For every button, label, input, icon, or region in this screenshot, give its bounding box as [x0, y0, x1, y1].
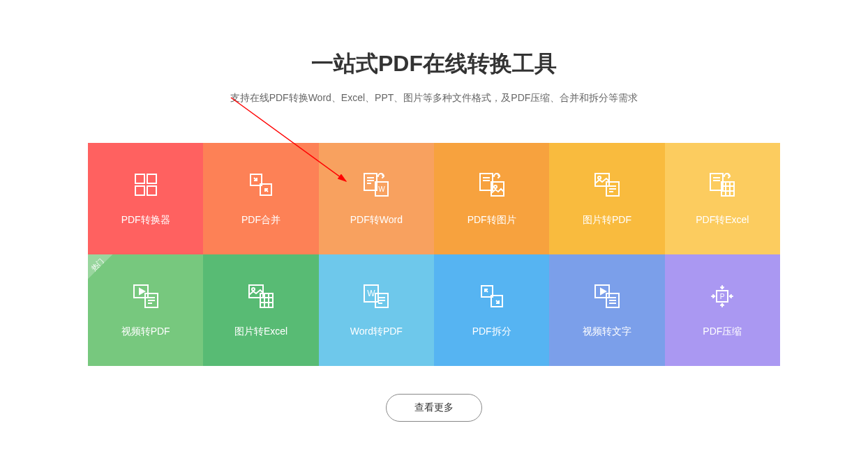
tile-pdf-to-word[interactable]: W PDF转Word — [319, 143, 434, 254]
tile-label: PDF压缩 — [703, 326, 742, 338]
tile-label: PDF拆分 — [472, 326, 511, 338]
svg-rect-3 — [147, 186, 156, 195]
svg-rect-1 — [147, 174, 156, 183]
grid-icon — [132, 171, 160, 199]
tile-label: 图片转PDF — [583, 214, 631, 227]
tool-grid: PDF转换器 PDF合并 W PDF转Word — [88, 143, 780, 366]
tile-image-to-excel[interactable]: 图片转Excel — [203, 254, 318, 366]
word-doc-icon: W — [362, 282, 390, 310]
tile-pdf-to-image[interactable]: PDF转图片 — [434, 143, 549, 254]
svg-rect-2 — [135, 186, 144, 195]
tile-pdf-to-excel[interactable]: PDF转Excel — [665, 143, 780, 254]
tile-pdf-converter[interactable]: PDF转换器 — [88, 143, 203, 254]
tile-label: PDF转图片 — [467, 214, 516, 227]
tile-word-to-pdf[interactable]: W Word转PDF — [319, 254, 434, 366]
split-icon — [478, 282, 506, 310]
doc-word-icon: W — [362, 171, 390, 199]
hot-badge: 热门 — [88, 254, 123, 289]
tile-label: 视频转PDF — [121, 326, 170, 338]
tile-image-to-pdf[interactable]: 图片转PDF — [549, 143, 664, 254]
tile-label: PDF合并 — [241, 214, 280, 227]
tile-video-to-pdf[interactable]: 热门 视频转PDF — [88, 254, 203, 366]
svg-point-18 — [598, 176, 601, 179]
video-text-icon — [593, 282, 621, 310]
tile-label: PDF转Excel — [696, 214, 749, 227]
tile-pdf-compress[interactable]: P PDF压缩 — [665, 254, 780, 366]
tile-label: Word转PDF — [350, 326, 403, 338]
svg-text:W: W — [368, 289, 376, 298]
svg-text:P: P — [720, 293, 725, 300]
tile-label: 视频转文字 — [583, 326, 631, 338]
view-more-button[interactable]: 查看更多 — [386, 394, 482, 422]
doc-image-icon — [478, 171, 506, 199]
tile-pdf-merge[interactable]: PDF合并 — [203, 143, 318, 254]
tile-label: PDF转换器 — [121, 214, 170, 227]
svg-rect-38 — [260, 293, 273, 307]
page-subtitle: 支持在线PDF转换Word、Excel、PPT、图片等多种文件格式，及PDF压缩… — [0, 92, 868, 105]
video-doc-icon — [132, 282, 160, 310]
tile-video-to-text[interactable]: 视频转文字 — [549, 254, 664, 366]
image-excel-icon — [247, 282, 275, 310]
compress-icon: P — [708, 282, 736, 310]
merge-icon — [247, 171, 275, 199]
image-doc-icon — [593, 171, 621, 199]
svg-rect-0 — [135, 174, 144, 183]
tile-label: PDF转Word — [350, 214, 403, 227]
tile-label: 图片转Excel — [234, 326, 287, 338]
svg-text:W: W — [379, 185, 386, 193]
doc-excel-icon — [708, 171, 736, 199]
svg-point-16 — [494, 185, 497, 188]
tile-pdf-split[interactable]: PDF拆分 — [434, 254, 549, 366]
page-title: 一站式PDF在线转换工具 — [0, 49, 868, 79]
svg-point-37 — [252, 288, 255, 291]
